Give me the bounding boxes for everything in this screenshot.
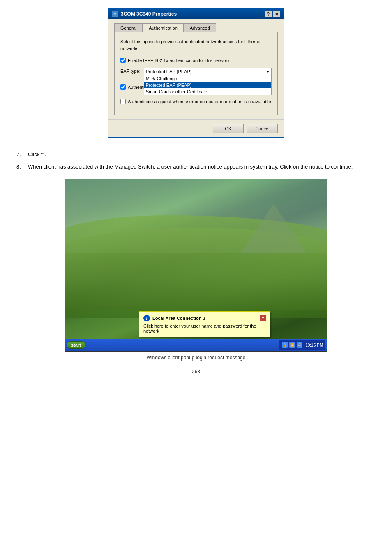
step-7-text: Click “”. — [28, 150, 46, 159]
eap-dropdown[interactable]: Protected EAP (PEAP) ▼ — [144, 68, 272, 75]
screenshot-caption: Windows client popup login request messa… — [147, 355, 246, 361]
notif-message: Click here to enter your user name and p… — [143, 324, 266, 333]
steps-section: 7. Click “”. 8. When client has associat… — [16, 150, 376, 171]
tray-icon-1: 🔒 — [282, 342, 288, 348]
eap-row: EAP type: Protected EAP (PEAP) ▼ MD5-Cha… — [120, 68, 272, 75]
eap-option-smartcard[interactable]: Smart Card or other Certificate — [144, 88, 271, 95]
help-button[interactable]: ? — [265, 11, 272, 17]
checkbox1-label: Enable IEEE 802.1x authentication for th… — [128, 58, 230, 63]
page-number: 263 — [16, 369, 376, 375]
step-8-number: 8. — [16, 163, 25, 171]
eap-label: EAP type: — [120, 68, 141, 74]
notification-popup[interactable]: i Local Area Connection 3 x Click here t… — [139, 311, 270, 337]
tray-icon-2: 📶 — [289, 342, 295, 348]
description-text: Select this option to provide authentica… — [120, 38, 272, 52]
cancel-button[interactable]: Cancel — [247, 124, 278, 133]
titlebar-left: ⬆ 3COM 3C940 Properties — [112, 11, 177, 17]
dropdown-arrow-icon: ▼ — [266, 70, 270, 74]
step-7-number: 7. — [16, 150, 25, 159]
system-tray: 🔒 📶 🔊 10:15 PM — [279, 340, 325, 350]
tab-content: Select this option to provide authentica… — [114, 32, 278, 115]
step-8-text: When client has associated with the Mana… — [28, 163, 353, 171]
notif-close-button[interactable]: x — [260, 315, 266, 321]
notif-title-bar: i Local Area Connection 3 x — [143, 315, 266, 321]
tab-general[interactable]: General — [114, 23, 143, 32]
ok-button[interactable]: OK — [213, 124, 244, 133]
eap-dropdown-wrapper: Protected EAP (PEAP) ▼ MD5-Challenge Pro… — [144, 68, 272, 75]
checkbox1-row: Enable IEEE 802.1x authentication for th… — [120, 58, 272, 63]
step-8: 8. When client has associated with the M… — [16, 163, 376, 171]
checkbox3-label: Authenticate as guest when user or compu… — [128, 99, 271, 104]
start-button[interactable]: start — [67, 341, 85, 349]
tray-icon-3: 🔊 — [297, 342, 302, 348]
start-label: start — [71, 342, 81, 347]
enable-ieee-checkbox[interactable] — [120, 58, 126, 63]
checkbox3-row: Authenticate as guest when user or compu… — [120, 99, 272, 104]
dialog-titlebar: ⬆ 3COM 3C940 Properties ? ✕ — [108, 9, 284, 19]
dialog-content: General Authentication Advanced Select t… — [108, 19, 284, 119]
step-7: 7. Click “”. — [16, 150, 376, 159]
xp-desktop-screenshot: i Local Area Connection 3 x Click here t… — [65, 179, 327, 352]
eap-selected: Protected EAP (PEAP) — [146, 69, 192, 74]
dialog-footer: OK Cancel — [108, 119, 284, 137]
notif-title-text: Local Area Connection 3 — [152, 316, 205, 321]
screenshot-wrapper: i Local Area Connection 3 x Click here t… — [16, 179, 376, 361]
authenticate-computer-checkbox[interactable] — [120, 84, 126, 90]
eap-option-list: MD5-Challenge Protected EAP (PEAP) Smart… — [144, 75, 272, 95]
eap-option-peap[interactable]: Protected EAP (PEAP) — [144, 82, 271, 88]
tab-authentication[interactable]: Authentication — [143, 23, 184, 32]
titlebar-controls: ? ✕ — [265, 11, 280, 17]
properties-dialog: ⬆ 3COM 3C940 Properties ? ✕ General Auth… — [108, 8, 284, 138]
tab-advanced[interactable]: Advanced — [184, 23, 216, 32]
tab-bar: General Authentication Advanced — [114, 23, 278, 32]
info-icon: i — [143, 315, 150, 321]
taskbar-time: 10:15 PM — [305, 343, 323, 347]
eap-option-md5[interactable]: MD5-Challenge — [144, 75, 271, 82]
title-icon: ⬆ — [112, 11, 118, 17]
mountain-right — [241, 204, 307, 253]
dialog-title: 3COM 3C940 Properties — [121, 11, 177, 17]
taskbar: start 🔒 📶 🔊 10:15 PM — [65, 339, 327, 351]
authenticate-guest-checkbox[interactable] — [120, 99, 126, 104]
page-container: ⬆ 3COM 3C940 Properties ? ✕ General Auth… — [0, 0, 392, 555]
dialog-wrapper: ⬆ 3COM 3C940 Properties ? ✕ General Auth… — [16, 8, 376, 138]
close-button[interactable]: ✕ — [273, 11, 280, 17]
